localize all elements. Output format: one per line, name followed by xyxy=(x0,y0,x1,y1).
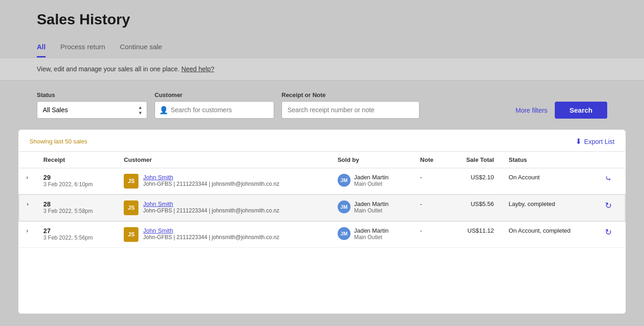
download-icon: ⬇ xyxy=(575,137,581,146)
customer-name-link[interactable]: John Smith xyxy=(143,200,173,207)
sold-by-avatar: JM xyxy=(338,174,351,187)
sold-by-outlet: Main Outlet xyxy=(354,181,389,187)
export-label: Export List xyxy=(584,138,615,145)
results-header: Showing last 50 sales ⬇ Export List xyxy=(18,130,626,151)
sold-by-cell: JM Jaden Martin Main Outlet xyxy=(338,200,406,214)
table-row[interactable]: › 27 3 Feb 2022, 5:56pm JS John Smith Jo… xyxy=(19,221,625,248)
receipt-search-input[interactable] xyxy=(282,101,420,119)
sold-by-info: Jaden Martin Main Outlet xyxy=(354,174,389,187)
sold-by-name: Jaden Martin xyxy=(354,200,389,207)
cell-customer: JS John Smith John-GFBS | 2111223344 | j… xyxy=(116,194,330,221)
receipt-date: 3 Feb 2022, 5:56pm xyxy=(43,234,109,241)
sales-table: Receipt Customer Sold by Note Sale Total… xyxy=(18,151,626,248)
customer-cell: JS John Smith John-GFBS | 2111223344 | j… xyxy=(124,174,322,189)
receipt-number: 27 xyxy=(43,227,109,234)
receipt-filter-group: Receipt or Note xyxy=(282,92,420,119)
filter-row: Status All Sales Completed On Account La… xyxy=(37,92,607,119)
page-wrapper: Sales History All Process return Continu… xyxy=(0,0,644,326)
tab-all[interactable]: All xyxy=(37,39,46,57)
customer-avatar: JS xyxy=(124,227,138,242)
sold-by-avatar: JM xyxy=(338,200,351,213)
info-bar: View, edit and manage your sales all in … xyxy=(0,57,644,80)
sold-by-cell: JM Jaden Martin Main Outlet xyxy=(338,174,406,187)
customer-filter-group: Customer 👤 xyxy=(155,92,274,119)
need-help-link[interactable]: Need help? xyxy=(181,65,214,73)
export-list-button[interactable]: ⬇ Export List xyxy=(575,137,615,146)
cell-sold-by: JM Jaden Martin Main Outlet xyxy=(330,221,413,248)
th-note: Note xyxy=(413,152,448,168)
showing-text: Showing last 50 sales xyxy=(29,138,87,145)
tab-process-return[interactable]: Process return xyxy=(60,39,105,57)
status-filter-group: Status All Sales Completed On Account La… xyxy=(37,92,147,119)
customer-info: John Smith John-GFBS | 2111223344 | john… xyxy=(143,227,279,240)
cell-receipt: 27 3 Feb 2022, 5:56pm xyxy=(36,221,116,248)
th-receipt: Receipt xyxy=(36,152,116,168)
cell-action: ↻ xyxy=(598,194,625,221)
sold-by-outlet: Main Outlet xyxy=(354,207,389,214)
cell-sale-total: US$11.12 xyxy=(448,221,501,248)
return-icon[interactable]: ↻ xyxy=(605,201,612,210)
customer-cell: JS John Smith John-GFBS | 2111223344 | j… xyxy=(124,227,322,242)
customer-details: John-GFBS | 2111223344 | johnsmith@johns… xyxy=(143,181,279,187)
receipt-date: 3 Feb 2022, 5:58pm xyxy=(43,208,109,214)
sold-by-cell: JM Jaden Martin Main Outlet xyxy=(338,227,406,240)
sold-by-info: Jaden Martin Main Outlet xyxy=(354,200,389,214)
customer-name-link[interactable]: John Smith xyxy=(143,174,173,181)
cell-status: On Account, completed xyxy=(501,221,598,248)
receipt-label: Receipt or Note xyxy=(282,92,420,98)
cell-sale-total: US$2.10 xyxy=(448,168,501,195)
sold-by-name: Jaden Martin xyxy=(354,174,389,181)
table-row[interactable]: › 29 3 Feb 2022, 6:10pm JS John Smith Jo… xyxy=(19,168,625,195)
forward-icon[interactable]: ⤷ xyxy=(605,174,612,183)
receipt-number: 29 xyxy=(43,174,109,181)
cell-sale-total: US$5.56 xyxy=(448,194,501,221)
cell-status: Layby, completed xyxy=(501,194,598,221)
receipt-date: 3 Feb 2022, 6:10pm xyxy=(43,181,109,188)
th-action xyxy=(598,152,625,168)
cell-customer: JS John Smith John-GFBS | 2111223344 | j… xyxy=(116,221,330,248)
customer-label: Customer xyxy=(155,92,274,98)
info-text: View, edit and manage your sales all in … xyxy=(37,65,179,73)
tab-continue-sale[interactable]: Continue sale xyxy=(120,39,162,57)
cell-note: - xyxy=(413,168,448,195)
search-button[interactable]: Search xyxy=(555,102,607,119)
customer-details: John-GFBS | 2111223344 | johnsmith@johns… xyxy=(143,207,279,214)
customer-avatar: JS xyxy=(124,200,138,215)
person-icon: 👤 xyxy=(159,106,168,114)
th-sold-by: Sold by xyxy=(330,152,413,168)
customer-details: John-GFBS | 2111223344 | johnsmith@johns… xyxy=(143,234,279,240)
tabs: All Process return Continue sale xyxy=(37,39,607,57)
sold-by-name: Jaden Martin xyxy=(354,227,389,234)
customer-search-input[interactable] xyxy=(155,101,274,119)
customer-cell: JS John Smith John-GFBS | 2111223344 | j… xyxy=(124,200,322,215)
more-filters-button[interactable]: More filters xyxy=(516,107,547,114)
customer-info: John Smith John-GFBS | 2111223344 | john… xyxy=(143,174,279,187)
table-row[interactable]: › 28 3 Feb 2022, 5:58pm JS John Smith Jo… xyxy=(19,194,625,221)
customer-avatar: JS xyxy=(124,174,138,189)
customer-info: John Smith John-GFBS | 2111223344 | john… xyxy=(143,200,279,214)
cell-receipt: 29 3 Feb 2022, 6:10pm xyxy=(36,168,116,195)
th-customer: Customer xyxy=(116,152,330,168)
cell-sold-by: JM Jaden Martin Main Outlet xyxy=(330,168,413,195)
status-select[interactable]: All Sales Completed On Account Layby xyxy=(37,101,147,119)
customer-name-link[interactable]: John Smith xyxy=(143,227,173,234)
filter-actions: More filters Search xyxy=(516,102,607,119)
table-header-row: Receipt Customer Sold by Note Sale Total… xyxy=(19,152,625,168)
cell-status: On Account xyxy=(501,168,598,195)
customer-input-wrapper: 👤 xyxy=(155,101,274,119)
cell-action: ⤷ xyxy=(598,168,625,195)
cell-action: ↻ xyxy=(598,221,625,248)
status-label: Status xyxy=(37,92,147,98)
cell-sold-by: JM Jaden Martin Main Outlet xyxy=(330,194,413,221)
return-icon[interactable]: ↻ xyxy=(605,228,612,237)
cell-receipt: 28 3 Feb 2022, 5:58pm xyxy=(36,194,116,221)
row-expand-chevron[interactable]: › xyxy=(19,221,36,248)
sold-by-avatar: JM xyxy=(338,227,351,240)
row-expand-chevron[interactable]: › xyxy=(19,168,36,195)
row-expand-chevron[interactable]: › xyxy=(19,194,36,221)
header-section: Sales History All Process return Continu… xyxy=(0,0,644,57)
cell-customer: JS John Smith John-GFBS | 2111223344 | j… xyxy=(116,168,330,195)
status-select-wrapper: All Sales Completed On Account Layby ▲ ▼ xyxy=(37,101,147,119)
page-title: Sales History xyxy=(37,11,607,28)
sold-by-outlet: Main Outlet xyxy=(354,234,389,240)
